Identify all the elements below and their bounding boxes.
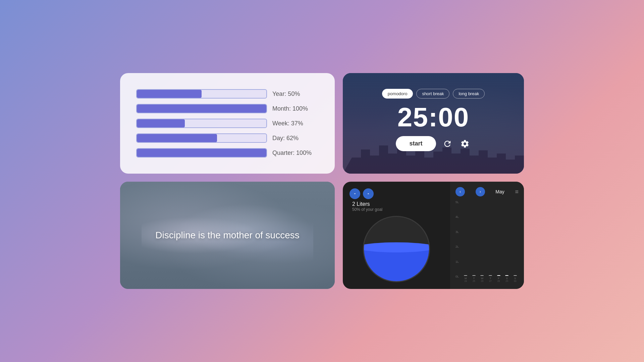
pomodoro-tabs: pomodoro short break long break <box>382 89 485 99</box>
progress-label-day: Day: 62% <box>272 135 299 142</box>
bar-date-fri: 28 <box>497 280 500 282</box>
bar-fill-tue <box>472 275 476 276</box>
bar-chart: 5L 4L 3L 2L 1L 0L M 24 <box>455 200 519 284</box>
bar-item-mon: M 24 <box>462 275 469 282</box>
bar-date-sat: 29 <box>505 280 508 282</box>
pomodoro-content: pomodoro short break long break 25:00 st… <box>382 89 485 151</box>
bar-date-mon: 24 <box>464 280 467 282</box>
tab-long-break[interactable]: long break <box>453 89 485 99</box>
water-controls <box>350 188 374 199</box>
tab-pomodoro[interactable]: pomodoro <box>382 89 413 99</box>
bar-fill-thu <box>489 275 492 276</box>
progress-row-year: Year: 50% <box>136 89 319 99</box>
progress-row-month: Month: 100% <box>136 104 319 113</box>
calendar-prev-button[interactable]: ‹ <box>455 187 465 196</box>
y-label-2l: 2L <box>455 245 459 248</box>
bar-fill-fri <box>497 275 500 276</box>
bar-chart-area: 5L 4L 3L 2L 1L 0L M 24 <box>455 200 519 284</box>
progress-fill-week <box>137 119 185 127</box>
bar-item-wed: W 26 <box>479 275 486 282</box>
y-label-1l: 1L <box>455 260 459 263</box>
card-water: 2 Liters 50% of your goal ‹ › May ≡ 5L 4… <box>343 182 524 289</box>
progress-track-month <box>136 104 267 113</box>
bar-date-sun: 30 <box>514 280 517 282</box>
water-goal: 50% of your goal <box>352 207 382 212</box>
bar-day-fri: F <box>498 277 499 280</box>
tab-short-break[interactable]: short break <box>416 89 449 99</box>
water-amount: 2 Liters <box>352 201 382 207</box>
bar-day-tue: T <box>473 277 475 280</box>
start-button[interactable]: start <box>396 136 436 151</box>
y-label-5l: 5L <box>455 200 459 204</box>
calendar-menu-icon[interactable]: ≡ <box>515 188 519 195</box>
bar-item-sat: S 29 <box>503 275 511 282</box>
main-grid: Year: 50% Month: 100% Week: 37% Day: 62%… <box>107 60 537 302</box>
progress-fill-day <box>137 134 217 142</box>
bar-day-sat: S <box>506 277 508 280</box>
water-info: 2 Liters 50% of your goal <box>352 201 382 212</box>
water-tracker-left: 2 Liters 50% of your goal <box>343 182 450 289</box>
refresh-icon[interactable] <box>441 138 453 150</box>
bar-fill-wed <box>480 275 484 276</box>
card-pomodoro: pomodoro short break long break 25:00 st… <box>343 73 524 174</box>
progress-label-week: Week: 37% <box>272 120 303 127</box>
progress-track-week <box>136 119 267 128</box>
y-label-0l: 0L <box>455 275 459 278</box>
progress-row-week: Week: 37% <box>136 119 319 128</box>
calendar-next-button[interactable]: › <box>476 187 485 196</box>
progress-fill-quarter <box>137 149 266 157</box>
bar-item-sun: S 30 <box>512 275 519 282</box>
card-progress: Year: 50% Month: 100% Week: 37% Day: 62%… <box>120 73 335 174</box>
progress-track-quarter <box>136 148 267 158</box>
bars-group: M 24 T 25 W 26 <box>455 200 519 282</box>
pomodoro-timer: 25:00 <box>397 104 470 131</box>
bar-item-tue: T 25 <box>471 275 478 282</box>
progress-row-day: Day: 62% <box>136 133 319 143</box>
water-circle <box>363 216 430 282</box>
bar-day-mon: M <box>465 277 467 280</box>
water-decrease-button[interactable] <box>350 188 360 199</box>
progress-fill-month <box>137 105 266 113</box>
progress-row-quarter: Quarter: 100% <box>136 148 319 158</box>
progress-track-day <box>136 133 267 143</box>
y-label-4l: 4L <box>455 215 459 219</box>
progress-label-quarter: Quarter: 100% <box>272 149 312 157</box>
progress-fill-year <box>137 90 202 98</box>
bar-day-wed: W <box>481 277 484 280</box>
bar-day-thu: T <box>490 277 491 280</box>
bar-day-sun: S <box>514 277 516 280</box>
bar-item-thu: T 27 <box>487 275 494 282</box>
water-increase-button[interactable] <box>363 188 374 199</box>
pomodoro-controls: start <box>396 136 471 151</box>
bar-date-thu: 27 <box>489 280 492 282</box>
water-fill-animation <box>364 246 429 281</box>
calendar-nav: ‹ › May ≡ <box>455 187 519 196</box>
settings-icon[interactable] <box>459 138 471 150</box>
card-quote: Discipline is the mother of success <box>120 182 335 289</box>
y-label-3l: 3L <box>455 230 459 234</box>
bar-fill-sun <box>514 275 517 276</box>
calendar-month: May <box>495 189 504 194</box>
bar-fill-sat <box>505 275 508 276</box>
water-calendar: ‹ › May ≡ 5L 4L 3L 2L 1L 0L <box>450 182 524 289</box>
progress-track-year <box>136 89 267 99</box>
bar-fill-mon <box>464 275 467 276</box>
progress-label-month: Month: 100% <box>272 105 308 112</box>
progress-label-year: Year: 50% <box>272 90 300 98</box>
bar-date-tue: 25 <box>473 280 475 282</box>
bar-date-wed: 26 <box>481 280 484 282</box>
quote-text: Discipline is the mother of success <box>142 215 313 255</box>
bar-chart-y-labels: 5L 4L 3L 2L 1L 0L <box>455 200 459 278</box>
bar-item-fri: F 28 <box>495 275 502 282</box>
